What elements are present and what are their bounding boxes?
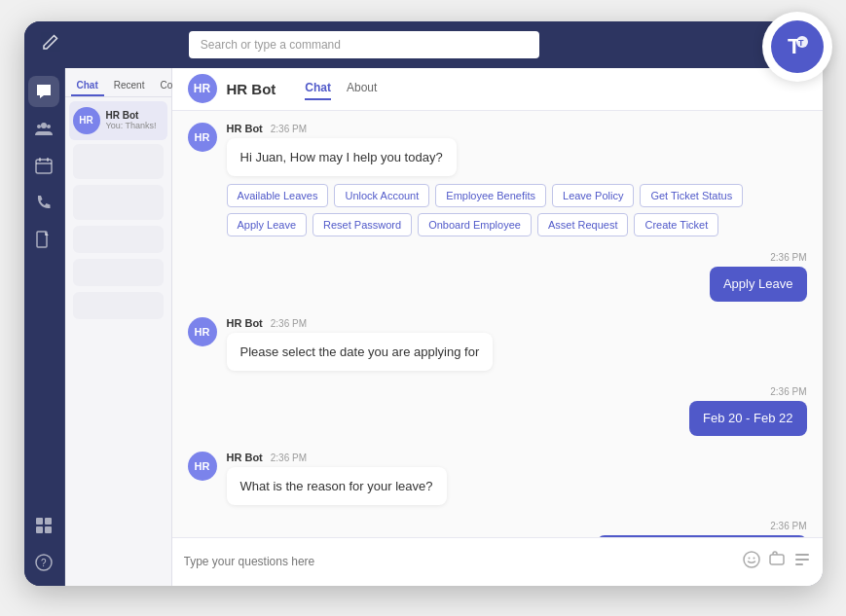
- tab-recent[interactable]: Recent: [108, 76, 151, 96]
- chat-info-hrbot: HR Bot You: Thanks!: [106, 110, 164, 130]
- sidebar-icon-calendar[interactable]: [28, 150, 59, 181]
- action-available-leaves[interactable]: Available Leaves: [227, 184, 329, 207]
- chat-list-placeholder-2: [73, 185, 164, 220]
- title-bar: Search or type a command: [24, 21, 823, 68]
- sidebar-icon-calls[interactable]: [28, 187, 59, 218]
- user-meta-3: 2:36 PM: [770, 521, 806, 531]
- svg-rect-20: [795, 563, 803, 565]
- teams-logo-bubble: T T: [762, 12, 832, 82]
- bot-meta-2: HR Bot 2:36 PM: [227, 317, 807, 329]
- chat-main: HR HR Bot Chat About HR HR Bot: [172, 68, 823, 586]
- quick-actions-1: Available Leaves Unlock Account Employee…: [227, 184, 807, 236]
- user-message-1: 2:36 PM Apply Leave: [188, 252, 807, 302]
- sidebar-icons: ?: [24, 68, 65, 586]
- svg-rect-10: [36, 526, 43, 533]
- action-leave-policy[interactable]: Leave Policy: [552, 184, 634, 207]
- bot-message-2: HR HR Bot 2:36 PM Please select the date…: [188, 317, 807, 372]
- search-bar[interactable]: Search or type a command: [189, 31, 539, 58]
- user-bubble-1: Apply Leave: [710, 267, 807, 302]
- compose-icon[interactable]: [40, 33, 63, 56]
- action-get-ticket-status[interactable]: Get Ticket Status: [640, 184, 743, 207]
- search-placeholder: Search or type a command: [201, 38, 341, 52]
- chat-list-tabs: Chat Recent Contacts: [65, 68, 171, 97]
- teams-logo-inner: T T: [771, 20, 824, 73]
- chat-list-placeholder-3: [73, 226, 164, 253]
- sidebar-icon-chat[interactable]: [28, 76, 59, 107]
- bot-time-2: 2:36 PM: [271, 318, 307, 329]
- tab-chat[interactable]: Chat: [71, 76, 104, 96]
- svg-rect-6: [36, 160, 52, 173]
- action-reset-password[interactable]: Reset Password: [313, 213, 412, 236]
- chat-header-tabs: Chat About: [305, 77, 377, 100]
- svg-point-4: [37, 125, 41, 128]
- user-message-3: 2:36 PM I have to attend a family functi…: [188, 521, 807, 537]
- svg-point-5: [47, 125, 51, 128]
- svg-point-16: [753, 558, 754, 560]
- chat-list-items: HR HR Bot You: Thanks!: [65, 97, 171, 586]
- chat-header-tab-chat[interactable]: Chat: [305, 77, 331, 100]
- bot-text-3: What is the reason for your leave?: [240, 477, 433, 496]
- bot-avatar-2: HR: [188, 317, 217, 346]
- svg-point-14: [744, 552, 759, 567]
- chat-list-item-hrbot[interactable]: HR HR Bot You: Thanks!: [69, 101, 167, 140]
- svg-text:T: T: [798, 38, 804, 48]
- bot-bubble-3: What is the reason for your leave?: [227, 467, 447, 506]
- message-input[interactable]: [184, 555, 735, 568]
- bot-content-3: HR Bot 2:36 PM What is the reason for yo…: [227, 452, 807, 506]
- input-area: [172, 537, 823, 586]
- bot-name-3: HR Bot: [227, 452, 263, 463]
- bot-name-1: HR Bot: [227, 123, 263, 134]
- chat-header-avatar: HR: [188, 74, 217, 103]
- user-meta-2: 2:36 PM: [770, 386, 806, 397]
- chat-header: HR HR Bot Chat About: [172, 68, 823, 111]
- sidebar-icon-apps[interactable]: [28, 510, 59, 541]
- bot-bubble-1: Hi Juan, How may I help you today?: [227, 138, 457, 177]
- bot-message-1: HR HR Bot 2:36 PM Hi Juan, How may I hel…: [188, 123, 807, 237]
- action-employee-benefits[interactable]: Employee Benefits: [435, 184, 546, 207]
- sidebar-icon-teams[interactable]: [28, 113, 59, 144]
- chat-list-placeholder-4: [73, 259, 164, 286]
- svg-rect-8: [36, 518, 43, 525]
- svg-rect-18: [795, 554, 809, 556]
- emoji-icon[interactable]: [743, 551, 760, 572]
- chat-list-placeholder-5: [73, 292, 164, 319]
- bot-content-2: HR Bot 2:36 PM Please select the date yo…: [227, 317, 807, 372]
- messages-area: HR HR Bot 2:36 PM Hi Juan, How may I hel…: [172, 111, 823, 537]
- sidebar-icon-help[interactable]: ?: [28, 547, 59, 578]
- action-asset-request[interactable]: Asset Request: [537, 213, 629, 236]
- action-onboard-employee[interactable]: Onboard Employee: [418, 213, 532, 236]
- svg-rect-17: [770, 555, 784, 564]
- chat-list-panel: Chat Recent Contacts HR HR Bot You: Than…: [65, 68, 172, 586]
- chat-header-tab-about[interactable]: About: [347, 77, 377, 100]
- bot-avatar-1: HR: [188, 123, 217, 152]
- user-meta-1: 2:36 PM: [770, 252, 806, 263]
- bot-message-3: HR HR Bot 2:36 PM What is the reason for…: [188, 452, 807, 506]
- user-bubble-2: Feb 20 - Feb 22: [689, 401, 807, 436]
- chat-item-preview: You: Thanks!: [106, 121, 164, 130]
- bot-avatar-3: HR: [188, 452, 217, 481]
- svg-rect-11: [45, 526, 52, 533]
- action-unlock-account[interactable]: Unlock Account: [334, 184, 429, 207]
- bot-time-1: 2:36 PM: [271, 124, 307, 134]
- bot-bubble-2: Please select the date you are applying …: [227, 333, 494, 372]
- user-message-2: 2:36 PM Feb 20 - Feb 22: [188, 386, 807, 436]
- bot-meta-3: HR Bot 2:36 PM: [227, 452, 807, 463]
- action-create-ticket[interactable]: Create Ticket: [634, 213, 718, 236]
- svg-point-3: [41, 123, 47, 128]
- svg-rect-9: [45, 518, 52, 525]
- chat-header-name: HR Bot: [227, 81, 276, 97]
- bot-text-2: Please select the date you are applying …: [240, 343, 480, 362]
- chat-list-placeholder-1: [73, 144, 164, 179]
- bot-name-2: HR Bot: [227, 317, 263, 329]
- svg-rect-19: [795, 559, 809, 561]
- svg-point-15: [748, 558, 750, 560]
- more-options-icon[interactable]: [793, 551, 811, 572]
- bot-meta-1: HR Bot 2:36 PM: [227, 123, 807, 134]
- bot-text-1: Hi Juan, How may I help you today?: [240, 148, 443, 167]
- sidebar-icon-files[interactable]: [28, 224, 59, 255]
- attachment-icon[interactable]: [768, 551, 786, 572]
- action-apply-leave[interactable]: Apply Leave: [227, 213, 308, 236]
- bot-time-3: 2:36 PM: [271, 453, 307, 463]
- svg-text:?: ?: [41, 558, 47, 568]
- chat-item-name: HR Bot: [106, 110, 164, 121]
